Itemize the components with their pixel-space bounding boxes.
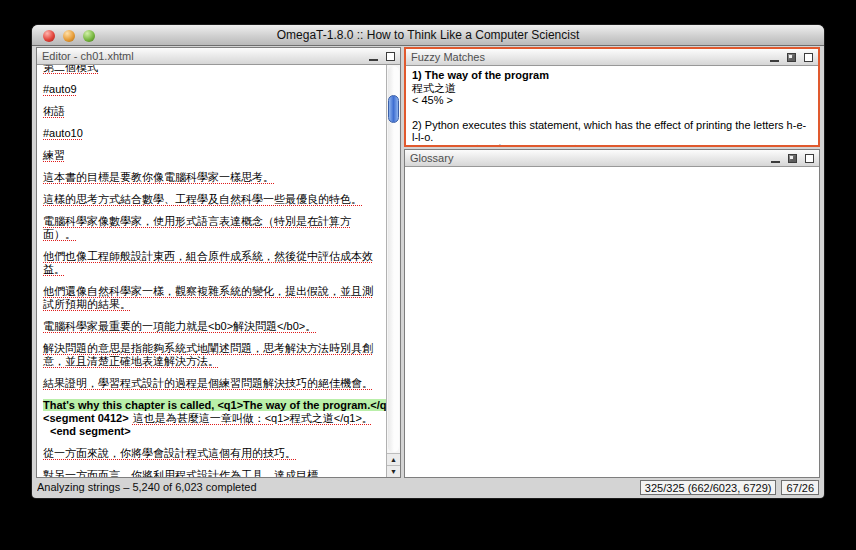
close-button-icon[interactable] (43, 30, 55, 42)
editor-pane-title: Editor - ch01.xhtml (42, 50, 369, 62)
maximize-icon[interactable] (804, 53, 813, 62)
glossary-pane: Glossary (404, 149, 820, 478)
active-segment-target-row[interactable]: <segment 0412>這也是為甚麼這一章叫做：<q1>程式之道</q1>。… (43, 412, 380, 438)
editor-segment-text: #auto9 (43, 83, 77, 95)
fuzzy-match-translation: Python 執行這個陳述，結果是將字母 h、e、l、l、o 印出。 (412, 144, 812, 146)
editor-segment-text: 從一方面來說，你將學會設計程式這個有用的技巧。 (43, 447, 296, 459)
editor-segment-text: 電腦科學家像數學家，使用形式語言表達概念（特別是在計算方面）。 (43, 215, 351, 240)
fuzzy-match-source: 1) The way of the program (412, 69, 812, 82)
minimize-icon[interactable] (369, 59, 378, 61)
segment-start-marker: <segment 0412> (43, 412, 129, 424)
fuzzy-pane-header[interactable]: Fuzzy Matches (406, 49, 818, 66)
maximize-icon[interactable] (386, 52, 395, 61)
fuzzy-pane-title: Fuzzy Matches (411, 51, 770, 63)
segment-progress-box: 325/325 (662/6023, 6729) (640, 480, 777, 495)
minimize-icon[interactable] (770, 60, 779, 62)
editor-scrollbar[interactable]: ▲ ▼ (386, 65, 400, 477)
segment-end-marker: <end segment> (50, 425, 131, 437)
editor-segment-text: 結果證明，學習程式設計的過程是個練習問題解決技巧的絕佳機會。 (43, 377, 373, 389)
scrollbar-thumb[interactable] (388, 95, 399, 123)
scroll-down-icon[interactable]: ▼ (387, 465, 400, 477)
fuzzy-match-source: 2) Python executes this statement, which… (412, 119, 812, 144)
editor-segment-text: #auto10 (43, 127, 83, 139)
fuzzy-match-translation: 程式之道 (412, 82, 812, 95)
spacer (412, 107, 812, 119)
undock-icon[interactable] (787, 53, 796, 62)
editor-pane-header[interactable]: Editor - ch01.xhtml (37, 48, 400, 65)
omegat-window: OmegaT-1.8.0 :: How to Think Like a Comp… (32, 25, 824, 498)
editor-segment-text: 電腦科學家最重要的一項能力就是<b0>解決問題</b0>。 (43, 320, 316, 332)
zoom-button-icon[interactable] (83, 30, 95, 42)
glossary-pane-controls (771, 154, 814, 163)
editor-segment-text: 這樣的思考方式結合數學、工程學及自然科學一些最優良的特色。 (43, 193, 362, 205)
editor-segment-text: 對另一方面而言，你將利用程式設計作為工具，達成目標。 (43, 469, 329, 477)
glossary-pane-title: Glossary (410, 152, 771, 164)
fuzzy-matches-pane: Fuzzy Matches 1) The way of the program … (404, 47, 820, 147)
editor-segment-text: 術語 (43, 105, 65, 117)
editor-segment-text: 他們還像自然科學家一樣，觀察複雜系統的變化，提出假說，並且測試所預期的結果。 (43, 285, 373, 310)
active-segment-source-row[interactable]: That's why this chapter is called, <q1>T… (43, 399, 380, 412)
undock-icon[interactable] (788, 154, 797, 163)
scroll-up-icon[interactable]: ▲ (387, 453, 400, 465)
maximize-icon[interactable] (805, 154, 814, 163)
fuzzy-match-score: < 45% > (412, 94, 812, 107)
minimize-icon[interactable] (771, 161, 780, 163)
editor-segment-text: 這本書的目標是要教你像電腦科學家一樣思考。 (43, 171, 274, 183)
traffic-lights (43, 30, 95, 42)
editor-pane: Editor - ch01.xhtml 第二個模式 #auto9 術語 #aut… (36, 47, 401, 478)
fuzzy-pane-controls (770, 53, 813, 62)
editor-segment-text: 練習 (43, 149, 65, 161)
scrollbar-track[interactable] (388, 66, 399, 452)
editor-body[interactable]: 第二個模式 #auto9 術語 #auto10 練習 這本書的目標是要教你像電腦… (37, 65, 400, 477)
minimize-button-icon[interactable] (63, 30, 75, 42)
editor-segment-text: 解決問題的意思是指能夠系統式地闡述問題，思考解決方法時別具創意，並且清楚正確地表… (43, 342, 373, 367)
editor-segment-text: 他們也像工程師般設計東西，組合原件成系統，然後從中評估成本效益。 (43, 250, 373, 275)
status-bar: Analyzing strings – 5,240 of 6,023 compl… (32, 478, 824, 498)
segment-length-box: 67/26 (781, 480, 819, 495)
glossary-body[interactable] (405, 167, 819, 477)
glossary-pane-header[interactable]: Glossary (405, 150, 819, 167)
editor-segment-text: 第二個模式 (43, 65, 98, 73)
active-segment-target: 這也是為甚麼這一章叫做：<q1>程式之道</q1>。 (133, 412, 373, 424)
editor-pane-controls (369, 52, 395, 61)
editor-text[interactable]: 第二個模式 #auto9 術語 #auto10 練習 這本書的目標是要教你像電腦… (37, 65, 386, 477)
status-message: Analyzing strings – 5,240 of 6,023 compl… (37, 481, 635, 493)
window-titlebar[interactable]: OmegaT-1.8.0 :: How to Think Like a Comp… (32, 25, 824, 46)
active-segment-source: That's why this chapter is called, <q1>T… (43, 399, 386, 411)
window-title: OmegaT-1.8.0 :: How to Think Like a Comp… (32, 25, 824, 45)
fuzzy-matches-body[interactable]: 1) The way of the program 程式之道 < 45% > 2… (406, 66, 818, 145)
